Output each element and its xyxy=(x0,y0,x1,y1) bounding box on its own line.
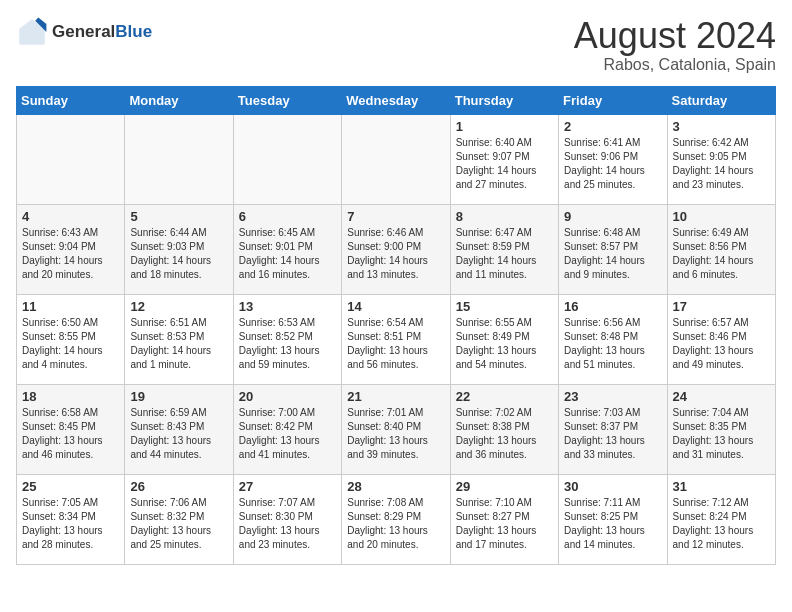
day-info: Sunrise: 6:49 AM Sunset: 8:56 PM Dayligh… xyxy=(673,226,770,282)
calendar-cell: 14Sunrise: 6:54 AM Sunset: 8:51 PM Dayli… xyxy=(342,294,450,384)
col-header-monday: Monday xyxy=(125,86,233,114)
day-number: 18 xyxy=(22,389,119,404)
day-info: Sunrise: 6:45 AM Sunset: 9:01 PM Dayligh… xyxy=(239,226,336,282)
day-number: 31 xyxy=(673,479,770,494)
calendar-cell: 3Sunrise: 6:42 AM Sunset: 9:05 PM Daylig… xyxy=(667,114,775,204)
day-info: Sunrise: 7:06 AM Sunset: 8:32 PM Dayligh… xyxy=(130,496,227,552)
col-header-thursday: Thursday xyxy=(450,86,558,114)
day-number: 26 xyxy=(130,479,227,494)
day-number: 8 xyxy=(456,209,553,224)
day-number: 15 xyxy=(456,299,553,314)
calendar-cell: 25Sunrise: 7:05 AM Sunset: 8:34 PM Dayli… xyxy=(17,474,125,564)
day-number: 25 xyxy=(22,479,119,494)
calendar-table: SundayMondayTuesdayWednesdayThursdayFrid… xyxy=(16,86,776,565)
calendar-cell: 15Sunrise: 6:55 AM Sunset: 8:49 PM Dayli… xyxy=(450,294,558,384)
calendar-cell: 12Sunrise: 6:51 AM Sunset: 8:53 PM Dayli… xyxy=(125,294,233,384)
calendar-cell: 17Sunrise: 6:57 AM Sunset: 8:46 PM Dayli… xyxy=(667,294,775,384)
calendar-cell: 22Sunrise: 7:02 AM Sunset: 8:38 PM Dayli… xyxy=(450,384,558,474)
day-number: 20 xyxy=(239,389,336,404)
col-header-saturday: Saturday xyxy=(667,86,775,114)
col-header-tuesday: Tuesday xyxy=(233,86,341,114)
day-info: Sunrise: 7:08 AM Sunset: 8:29 PM Dayligh… xyxy=(347,496,444,552)
calendar-cell: 9Sunrise: 6:48 AM Sunset: 8:57 PM Daylig… xyxy=(559,204,667,294)
calendar-cell: 26Sunrise: 7:06 AM Sunset: 8:32 PM Dayli… xyxy=(125,474,233,564)
day-info: Sunrise: 6:47 AM Sunset: 8:59 PM Dayligh… xyxy=(456,226,553,282)
day-info: Sunrise: 7:10 AM Sunset: 8:27 PM Dayligh… xyxy=(456,496,553,552)
day-info: Sunrise: 6:44 AM Sunset: 9:03 PM Dayligh… xyxy=(130,226,227,282)
calendar-week-row: 18Sunrise: 6:58 AM Sunset: 8:45 PM Dayli… xyxy=(17,384,776,474)
day-info: Sunrise: 6:56 AM Sunset: 8:48 PM Dayligh… xyxy=(564,316,661,372)
day-number: 4 xyxy=(22,209,119,224)
calendar-cell: 13Sunrise: 6:53 AM Sunset: 8:52 PM Dayli… xyxy=(233,294,341,384)
day-number: 11 xyxy=(22,299,119,314)
day-number: 12 xyxy=(130,299,227,314)
col-header-wednesday: Wednesday xyxy=(342,86,450,114)
header: GeneralBlue August 2024 Rabos, Catalonia… xyxy=(16,16,776,74)
day-number: 6 xyxy=(239,209,336,224)
calendar-cell: 23Sunrise: 7:03 AM Sunset: 8:37 PM Dayli… xyxy=(559,384,667,474)
location-subtitle: Rabos, Catalonia, Spain xyxy=(574,56,776,74)
day-number: 13 xyxy=(239,299,336,314)
calendar-cell xyxy=(125,114,233,204)
calendar-cell xyxy=(342,114,450,204)
day-info: Sunrise: 7:00 AM Sunset: 8:42 PM Dayligh… xyxy=(239,406,336,462)
day-info: Sunrise: 6:48 AM Sunset: 8:57 PM Dayligh… xyxy=(564,226,661,282)
generalblue-logo-icon xyxy=(16,16,48,48)
day-info: Sunrise: 7:04 AM Sunset: 8:35 PM Dayligh… xyxy=(673,406,770,462)
calendar-week-row: 25Sunrise: 7:05 AM Sunset: 8:34 PM Dayli… xyxy=(17,474,776,564)
calendar-cell: 18Sunrise: 6:58 AM Sunset: 8:45 PM Dayli… xyxy=(17,384,125,474)
day-info: Sunrise: 6:46 AM Sunset: 9:00 PM Dayligh… xyxy=(347,226,444,282)
day-info: Sunrise: 6:40 AM Sunset: 9:07 PM Dayligh… xyxy=(456,136,553,192)
day-number: 22 xyxy=(456,389,553,404)
col-header-sunday: Sunday xyxy=(17,86,125,114)
day-number: 2 xyxy=(564,119,661,134)
calendar-cell: 29Sunrise: 7:10 AM Sunset: 8:27 PM Dayli… xyxy=(450,474,558,564)
day-info: Sunrise: 6:58 AM Sunset: 8:45 PM Dayligh… xyxy=(22,406,119,462)
day-number: 1 xyxy=(456,119,553,134)
calendar-cell: 5Sunrise: 6:44 AM Sunset: 9:03 PM Daylig… xyxy=(125,204,233,294)
day-number: 14 xyxy=(347,299,444,314)
calendar-header-row: SundayMondayTuesdayWednesdayThursdayFrid… xyxy=(17,86,776,114)
logo-blue: Blue xyxy=(115,22,152,41)
day-number: 7 xyxy=(347,209,444,224)
calendar-cell: 4Sunrise: 6:43 AM Sunset: 9:04 PM Daylig… xyxy=(17,204,125,294)
calendar-cell: 19Sunrise: 6:59 AM Sunset: 8:43 PM Dayli… xyxy=(125,384,233,474)
logo: GeneralBlue xyxy=(16,16,152,48)
day-number: 9 xyxy=(564,209,661,224)
calendar-cell: 31Sunrise: 7:12 AM Sunset: 8:24 PM Dayli… xyxy=(667,474,775,564)
calendar-week-row: 4Sunrise: 6:43 AM Sunset: 9:04 PM Daylig… xyxy=(17,204,776,294)
day-info: Sunrise: 6:41 AM Sunset: 9:06 PM Dayligh… xyxy=(564,136,661,192)
day-info: Sunrise: 6:51 AM Sunset: 8:53 PM Dayligh… xyxy=(130,316,227,372)
logo-text: GeneralBlue xyxy=(52,22,152,42)
calendar-cell: 30Sunrise: 7:11 AM Sunset: 8:25 PM Dayli… xyxy=(559,474,667,564)
day-info: Sunrise: 6:57 AM Sunset: 8:46 PM Dayligh… xyxy=(673,316,770,372)
day-number: 10 xyxy=(673,209,770,224)
day-number: 3 xyxy=(673,119,770,134)
day-info: Sunrise: 7:02 AM Sunset: 8:38 PM Dayligh… xyxy=(456,406,553,462)
calendar-cell: 10Sunrise: 6:49 AM Sunset: 8:56 PM Dayli… xyxy=(667,204,775,294)
day-info: Sunrise: 7:12 AM Sunset: 8:24 PM Dayligh… xyxy=(673,496,770,552)
calendar-cell xyxy=(17,114,125,204)
calendar-cell: 8Sunrise: 6:47 AM Sunset: 8:59 PM Daylig… xyxy=(450,204,558,294)
calendar-cell: 28Sunrise: 7:08 AM Sunset: 8:29 PM Dayli… xyxy=(342,474,450,564)
day-info: Sunrise: 7:03 AM Sunset: 8:37 PM Dayligh… xyxy=(564,406,661,462)
calendar-cell: 6Sunrise: 6:45 AM Sunset: 9:01 PM Daylig… xyxy=(233,204,341,294)
logo-general: General xyxy=(52,22,115,41)
day-info: Sunrise: 6:55 AM Sunset: 8:49 PM Dayligh… xyxy=(456,316,553,372)
calendar-week-row: 1Sunrise: 6:40 AM Sunset: 9:07 PM Daylig… xyxy=(17,114,776,204)
calendar-cell: 2Sunrise: 6:41 AM Sunset: 9:06 PM Daylig… xyxy=(559,114,667,204)
calendar-cell xyxy=(233,114,341,204)
day-number: 16 xyxy=(564,299,661,314)
day-number: 19 xyxy=(130,389,227,404)
day-number: 21 xyxy=(347,389,444,404)
title-area: August 2024 Rabos, Catalonia, Spain xyxy=(574,16,776,74)
day-number: 24 xyxy=(673,389,770,404)
day-info: Sunrise: 6:43 AM Sunset: 9:04 PM Dayligh… xyxy=(22,226,119,282)
day-info: Sunrise: 6:42 AM Sunset: 9:05 PM Dayligh… xyxy=(673,136,770,192)
day-number: 30 xyxy=(564,479,661,494)
calendar-cell: 11Sunrise: 6:50 AM Sunset: 8:55 PM Dayli… xyxy=(17,294,125,384)
calendar-cell: 16Sunrise: 6:56 AM Sunset: 8:48 PM Dayli… xyxy=(559,294,667,384)
day-number: 23 xyxy=(564,389,661,404)
day-info: Sunrise: 6:59 AM Sunset: 8:43 PM Dayligh… xyxy=(130,406,227,462)
col-header-friday: Friday xyxy=(559,86,667,114)
